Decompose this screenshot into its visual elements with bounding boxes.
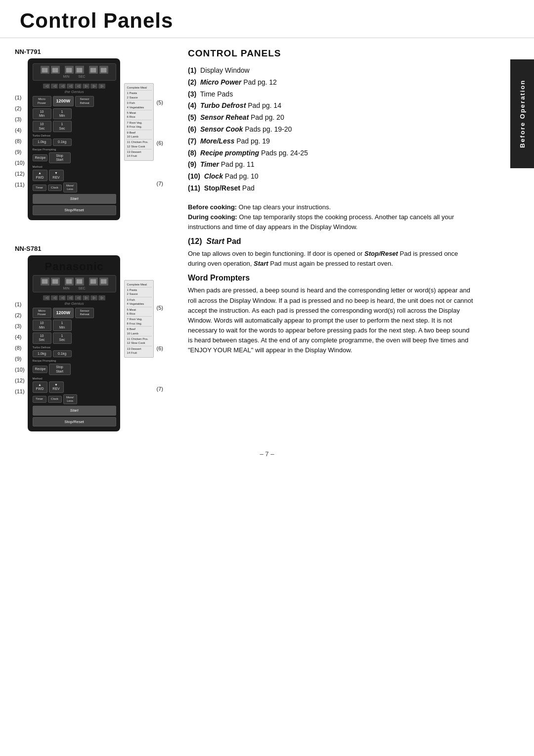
list-item-7: (7) More/Less Pad pg. 19: [188, 136, 475, 147]
recipe-prompting-label-2: Recipe Prompting: [33, 359, 116, 362]
num-1-11: (11): [15, 179, 25, 190]
num-2-2: (2): [15, 310, 25, 321]
min1-btn-1[interactable]: 1Min: [53, 108, 72, 120]
num-1-1: (1): [15, 92, 25, 103]
page-number: – 7 –: [0, 446, 534, 464]
list-item-8: (8) Recipe prompting Pads pg. 24-25: [188, 147, 475, 159]
digit-1: ▓▓: [41, 66, 49, 74]
btn-row-2-8: Start: [33, 406, 116, 416]
display-window-2: ▓▓ ▓▓ ▓▓ ▓▓ ▓▓ ▓▓ MIN SEC: [33, 275, 116, 292]
kg01-btn-2[interactable]: 0.1kg: [53, 350, 72, 357]
micro-power-btn-1[interactable]: MicroPower: [33, 96, 51, 107]
min10-btn-1[interactable]: 10Min: [33, 108, 51, 120]
clock-btn-1[interactable]: Clock: [48, 185, 62, 191]
btn-row-3: 10Sec 1Sec: [33, 121, 116, 132]
kg10-btn-1[interactable]: 1.0kg: [33, 139, 51, 145]
btn-row-2: 10Min 1Min: [33, 108, 116, 120]
list-item-11: (11) Stop/Reset Pad: [188, 183, 475, 194]
more-less-btn-1[interactable]: More/Less: [63, 183, 77, 192]
btn-row-8: Start: [33, 194, 116, 204]
num-1-2: (2): [15, 103, 25, 114]
start-btn-1[interactable]: Start: [33, 194, 116, 204]
btn-row-1: MicroPower 1200W SensorReheat: [33, 96, 116, 107]
num-2-r5: (5): [157, 302, 163, 313]
microwave-body-2: Panasonic ▓▓ ▓▓ ▓▓ ▓▓ ▓▓ ▓▓: [28, 255, 120, 432]
clock-btn-2[interactable]: Clock: [48, 396, 62, 402]
genius-text-1: the Genius: [33, 90, 116, 94]
right-numbers-2: (5) (6) (7): [157, 255, 163, 394]
btn-row-7: Timer Clock More/Less: [33, 183, 116, 192]
left-numbers-1: (1) (2) (3) (4) (8) (9) (10) (12) (11): [15, 58, 25, 190]
right-column: CONTROL PANELS (1) Display Window (2) Mi…: [178, 48, 504, 436]
food-pasta: 1 Pasta2 Sauce: [126, 91, 152, 100]
fwd-btn-2[interactable]: ▲FWD: [33, 381, 47, 393]
food-beef: 9 Beef10 Lamb: [126, 130, 152, 140]
list-item-5: (5) Sensor Reheat Pad pg. 20: [188, 112, 475, 124]
num-1-10: (10): [15, 157, 25, 168]
stop-start-btn-2[interactable]: StopStart: [49, 364, 71, 375]
digit-2-4: ▓▓: [75, 278, 84, 285]
food-chicken: 11 Chicken Pcs.12 Slow Cook: [126, 140, 152, 149]
sec10-btn-1[interactable]: 10Sec: [33, 121, 51, 132]
btn-row-9: Stop/Reset: [33, 205, 116, 215]
kg01-btn-1[interactable]: 0.1kg: [53, 139, 72, 145]
recipe-btn-1[interactable]: Recipe: [33, 154, 47, 161]
display-labels-1: MIN SEC: [63, 75, 85, 78]
control-panels-heading: CONTROL PANELS: [188, 48, 475, 59]
more-less-btn-2[interactable]: More/Less: [63, 394, 77, 404]
btn-row-2-9: Stop/Reset: [33, 417, 116, 427]
digits-row-1: ▓▓ ▓▓ ▓▓ ▓▓ ▓▓ ▓▓: [41, 66, 108, 74]
power-watts-btn-1[interactable]: 1200W: [53, 96, 74, 106]
sensor-reheat-btn-1[interactable]: SensorReheat: [75, 96, 94, 107]
rev-btn-1[interactable]: ▼REV: [49, 170, 64, 181]
digit-2-3: ▓▓: [65, 278, 74, 285]
fwd-btn-1[interactable]: ▲FWD: [33, 170, 47, 181]
food-panel-2: Complete Meal 1 Pasta2 Sauce 3 Fish4 Veg…: [124, 280, 154, 358]
main-content: NN-T791 (1) (2) (3) (4) (8) (9) (10) (12…: [0, 38, 534, 446]
sec1-btn-2[interactable]: 1Sec: [53, 332, 72, 344]
num-2-9: (9): [15, 353, 25, 364]
min10-btn-2[interactable]: 10Min: [33, 320, 51, 331]
sec1-btn-1[interactable]: 1Sec: [53, 121, 72, 132]
btn-row-5: Recipe StopStart: [33, 152, 116, 164]
rev-btn-2[interactable]: ▼REV: [49, 381, 64, 393]
start-pad-text: One tap allows oven to begin functioning…: [188, 249, 475, 269]
btn-row-6: ▲FWD ▼REV: [33, 170, 116, 181]
timer-btn-1[interactable]: Timer: [33, 185, 46, 191]
start-btn-2[interactable]: Start: [33, 406, 116, 416]
num-2-1: (1): [15, 299, 25, 310]
display-labels-2: MIN SEC: [63, 286, 85, 290]
sec10-btn-2[interactable]: 10Sec: [33, 332, 51, 344]
sensor-reheat-btn-2[interactable]: SensorReheat: [75, 308, 94, 319]
food-panel-1: Complete Meal 1 Pasta2 Sauce 3 Fish4 Veg…: [124, 83, 154, 161]
num-1-3: (3): [15, 114, 25, 125]
min1-btn-2[interactable]: 1Min: [53, 320, 72, 331]
food-meat: 5 Meat6 Rice: [126, 110, 152, 120]
method-label-1: Method: [33, 165, 116, 168]
method-label-2: Method: [33, 377, 116, 380]
micro-power-btn-2[interactable]: MicroPower: [33, 308, 51, 319]
digit-4: ▓▓: [75, 66, 84, 74]
btn-row-2-3: 10Sec 1Sec: [33, 332, 116, 344]
list-item-1: (1) Display Window: [188, 65, 475, 77]
btn-row-4: 1.0kg 0.1kg: [33, 139, 116, 145]
left-column: NN-T791 (1) (2) (3) (4) (8) (9) (10) (12…: [15, 48, 163, 436]
stop-reset-btn-2[interactable]: Stop/Reset: [33, 417, 116, 427]
btn-row-2-4: 1.0kg 0.1kg: [33, 350, 116, 357]
timer-btn-2[interactable]: Timer: [33, 396, 46, 402]
diagram-nns781: NN-S781 (1) (2) (3) (4) (8) (9) (10) (12…: [15, 245, 163, 432]
power-watts-btn-2[interactable]: 1200W: [53, 308, 74, 318]
left-numbers-2: (1) (2) (3) (4) (8) (9) (10) (12) (11): [15, 255, 25, 397]
recipe-btn-2[interactable]: Recipe: [33, 366, 47, 373]
word-prompters-text: When pads are pressed, a beep sound is h…: [188, 285, 475, 355]
kg10-btn-2[interactable]: 1.0kg: [33, 350, 51, 357]
num-2-r7: (7): [157, 383, 163, 394]
stop-reset-btn-1[interactable]: Stop/Reset: [33, 205, 116, 215]
num-1-9: (9): [15, 146, 25, 157]
microwave-body-1: ▓▓ ▓▓ ▓▓ ▓▓ ▓▓ ▓▓ MIN SEC: [28, 58, 120, 220]
list-item-10: (10) Clock Pad pg. 10: [188, 171, 475, 183]
digits-row-2: ▓▓ ▓▓ ▓▓ ▓▓ ▓▓ ▓▓: [41, 278, 108, 285]
stop-start-btn-1[interactable]: StopStart: [49, 152, 71, 164]
num-2-12: (12): [15, 375, 25, 386]
recipe-prompting-label-1: Recipe Prompting: [33, 148, 116, 151]
